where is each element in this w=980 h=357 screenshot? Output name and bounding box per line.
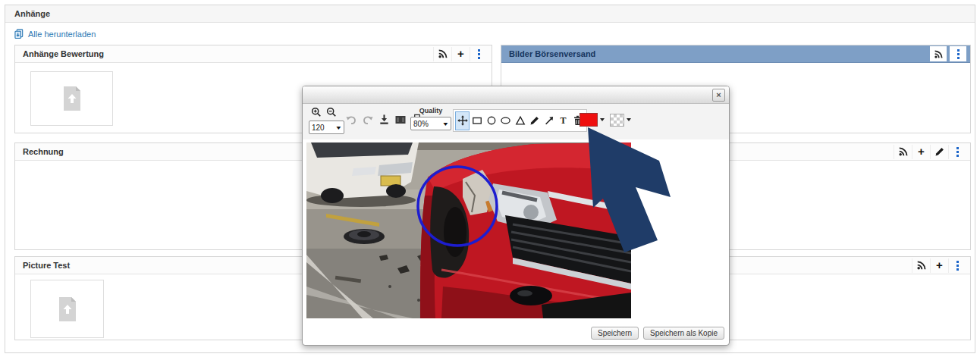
chevron-down-icon: ▼ [442,121,450,127]
undo-button[interactable] [345,114,357,125]
editor-toolbar: 120▼ [303,104,729,139]
kebab-icon [956,147,959,157]
add-attachment-button[interactable]: + [930,258,948,273]
move-tool[interactable] [455,111,470,130]
kebab-icon [956,261,959,271]
quality-group: Quality 80%▼ [410,107,451,130]
close-button[interactable]: × [712,89,725,102]
stroke-color-swatch[interactable] [580,113,598,127]
rss-button[interactable] [912,258,930,273]
panel-menu-button[interactable] [470,47,488,61]
image-editor-dialog: × 120▼ [302,86,730,346]
rectangle-tool[interactable] [470,111,484,130]
panel-title: Anhänge Bewertung [23,49,433,58]
page-title: Anhänge [14,9,50,18]
attachments-header: Anhänge [5,5,975,23]
dialog-footer: Speichern Speichern als Kopie [591,327,724,340]
panel-title: Bilder Börsenversand [509,49,927,58]
zoom-level-select[interactable]: 120▼ [309,121,344,134]
panel-menu-button[interactable] [948,258,966,273]
panel-anhaenge-bewertung-header: Anhänge Bewertung + [15,45,492,63]
car-crash-photo [306,142,631,318]
arrow-tool[interactable] [542,111,556,130]
panel-bilder-boersenversand-header: Bilder Börsenversand [501,45,970,63]
edit-button[interactable] [930,145,948,159]
color-swatches-group [580,113,631,127]
save-as-copy-button[interactable]: Speichern als Kopie [643,327,724,340]
file-upload-icon [57,296,78,322]
dialog-titlebar: × [303,86,729,104]
chevron-down-icon: ▼ [335,125,343,130]
ellipse-tool[interactable] [498,111,513,130]
kebab-icon [478,49,480,59]
download-all-icon [14,29,24,39]
quality-label: Quality [410,107,451,114]
panel-menu-button[interactable] [948,145,966,159]
triangle-tool[interactable] [513,111,527,130]
stroke-color-dropdown[interactable] [600,118,605,121]
shape-tools-group: T [453,109,587,132]
attachment-thumbnail-upload[interactable] [30,71,113,126]
add-attachment-button[interactable]: + [451,47,470,61]
crop-frame-button[interactable] [394,114,407,125]
app-screen: Anhänge Alle herunterladen Anhänge Bewer… [0,0,980,357]
file-upload-icon [61,86,83,111]
fill-color-dropdown[interactable] [627,118,631,121]
zoom-in-button[interactable] [311,107,322,117]
add-attachment-button[interactable]: + [912,145,930,159]
redo-button[interactable] [362,114,374,125]
attachment-thumbnail-upload[interactable] [30,280,104,338]
circle-tool[interactable] [484,111,498,130]
download-all-link[interactable]: Alle herunterladen [14,29,96,39]
rss-button[interactable] [433,47,451,61]
pencil-icon [934,147,944,157]
fill-color-swatch[interactable] [610,114,624,127]
zoom-group: 120▼ [309,107,344,134]
download-image-button[interactable] [378,114,390,125]
text-tool[interactable]: T [556,111,570,130]
quality-select[interactable]: 80%▼ [410,117,451,130]
panel-menu-button[interactable] [950,46,966,61]
rss-button[interactable] [894,145,912,159]
rss-button[interactable] [930,46,947,61]
pencil-tool[interactable] [527,111,542,130]
zoom-out-button[interactable] [326,107,337,117]
kebab-icon [957,49,960,59]
save-button[interactable]: Speichern [591,327,639,340]
